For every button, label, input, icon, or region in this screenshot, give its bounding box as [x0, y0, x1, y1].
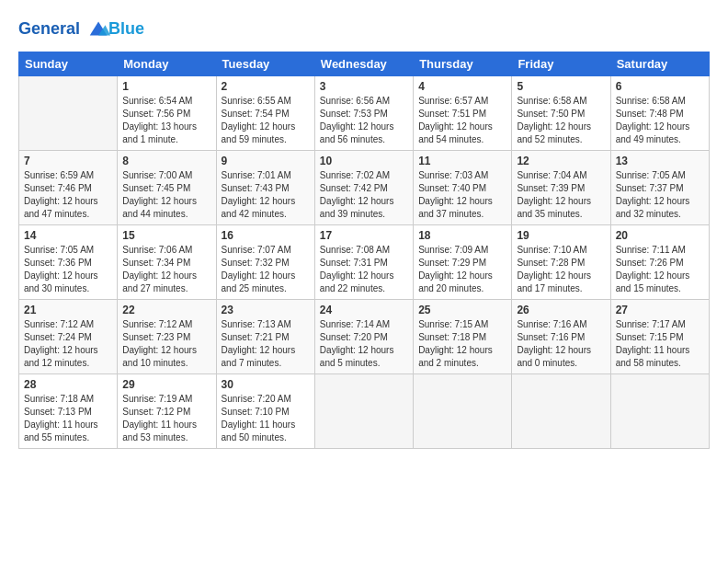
calendar-cell — [512, 374, 610, 449]
calendar-week-row: 14Sunrise: 7:05 AM Sunset: 7:36 PM Dayli… — [19, 225, 710, 300]
calendar-week-row: 1Sunrise: 6:54 AM Sunset: 7:56 PM Daylig… — [19, 76, 710, 151]
calendar-cell: 10Sunrise: 7:02 AM Sunset: 7:42 PM Dayli… — [314, 151, 413, 225]
day-info: Sunrise: 7:13 AM Sunset: 7:21 PM Dayligh… — [222, 318, 310, 370]
logo-general: General — [18, 19, 80, 38]
calendar-cell: 14Sunrise: 7:05 AM Sunset: 7:36 PM Dayli… — [19, 225, 118, 300]
day-info: Sunrise: 7:03 AM Sunset: 7:40 PM Dayligh… — [418, 169, 506, 221]
weekday-header-row: SundayMondayTuesdayWednesdayThursdayFrid… — [19, 52, 710, 76]
day-info: Sunrise: 7:09 AM Sunset: 7:29 PM Dayligh… — [418, 244, 506, 295]
day-info: Sunrise: 7:05 AM Sunset: 7:36 PM Dayligh… — [24, 244, 112, 295]
day-number: 12 — [517, 155, 605, 167]
day-info: Sunrise: 7:07 AM Sunset: 7:32 PM Dayligh… — [222, 244, 310, 295]
day-number: 22 — [122, 304, 210, 316]
day-info: Sunrise: 7:08 AM Sunset: 7:31 PM Dayligh… — [320, 244, 408, 295]
day-number: 2 — [222, 80, 310, 93]
day-number: 19 — [517, 229, 605, 242]
day-info: Sunrise: 7:00 AM Sunset: 7:45 PM Dayligh… — [122, 169, 210, 221]
day-number: 10 — [320, 155, 408, 167]
weekday-header-saturday: Saturday — [610, 52, 709, 76]
weekday-header-tuesday: Tuesday — [216, 52, 314, 76]
calendar-table: SundayMondayTuesdayWednesdayThursdayFrid… — [18, 52, 710, 449]
day-number: 28 — [24, 378, 112, 391]
header: General Blue — [18, 17, 710, 42]
calendar-cell — [19, 76, 118, 151]
calendar-cell: 25Sunrise: 7:15 AM Sunset: 7:18 PM Dayli… — [414, 300, 512, 374]
calendar-cell — [414, 374, 512, 449]
day-info: Sunrise: 7:12 AM Sunset: 7:24 PM Dayligh… — [24, 318, 112, 370]
logo-blue: Blue — [108, 19, 144, 40]
day-info: Sunrise: 7:14 AM Sunset: 7:20 PM Dayligh… — [320, 318, 408, 370]
logo: General Blue — [18, 17, 144, 42]
weekday-header-sunday: Sunday — [19, 52, 118, 76]
calendar-cell: 3Sunrise: 6:56 AM Sunset: 7:53 PM Daylig… — [314, 76, 413, 151]
calendar-cell — [314, 374, 413, 449]
day-info: Sunrise: 7:15 AM Sunset: 7:18 PM Dayligh… — [418, 318, 506, 370]
calendar-cell: 1Sunrise: 6:54 AM Sunset: 7:56 PM Daylig… — [118, 76, 216, 151]
day-number: 11 — [418, 155, 506, 167]
day-number: 1 — [122, 80, 210, 93]
day-number: 7 — [24, 155, 112, 167]
day-info: Sunrise: 7:06 AM Sunset: 7:34 PM Dayligh… — [122, 244, 210, 295]
calendar-cell: 23Sunrise: 7:13 AM Sunset: 7:21 PM Dayli… — [216, 300, 314, 374]
day-number: 30 — [222, 378, 310, 391]
day-info: Sunrise: 7:12 AM Sunset: 7:23 PM Dayligh… — [122, 318, 210, 370]
calendar-cell: 29Sunrise: 7:19 AM Sunset: 7:12 PM Dayli… — [118, 374, 216, 449]
day-info: Sunrise: 7:10 AM Sunset: 7:28 PM Dayligh… — [517, 244, 605, 295]
day-info: Sunrise: 7:11 AM Sunset: 7:26 PM Dayligh… — [616, 244, 704, 295]
day-number: 20 — [616, 229, 704, 242]
day-info: Sunrise: 7:04 AM Sunset: 7:39 PM Dayligh… — [517, 169, 605, 221]
calendar-week-row: 28Sunrise: 7:18 AM Sunset: 7:13 PM Dayli… — [19, 374, 710, 449]
day-info: Sunrise: 7:19 AM Sunset: 7:12 PM Dayligh… — [122, 393, 210, 444]
day-info: Sunrise: 7:16 AM Sunset: 7:16 PM Dayligh… — [517, 318, 605, 370]
day-number: 18 — [418, 229, 506, 242]
calendar-cell: 6Sunrise: 6:58 AM Sunset: 7:48 PM Daylig… — [610, 76, 709, 151]
calendar-cell: 27Sunrise: 7:17 AM Sunset: 7:15 PM Dayli… — [610, 300, 709, 374]
day-info: Sunrise: 7:20 AM Sunset: 7:10 PM Dayligh… — [222, 393, 310, 444]
calendar-cell: 17Sunrise: 7:08 AM Sunset: 7:31 PM Dayli… — [314, 225, 413, 300]
calendar-cell: 19Sunrise: 7:10 AM Sunset: 7:28 PM Dayli… — [512, 225, 610, 300]
calendar-cell: 16Sunrise: 7:07 AM Sunset: 7:32 PM Dayli… — [216, 225, 314, 300]
day-number: 5 — [517, 80, 605, 93]
day-number: 4 — [418, 80, 506, 93]
calendar-cell — [610, 374, 709, 449]
weekday-header-wednesday: Wednesday — [314, 52, 413, 76]
day-number: 23 — [222, 304, 310, 316]
day-number: 9 — [222, 155, 310, 167]
day-number: 21 — [24, 304, 112, 316]
logo-text: General — [18, 17, 112, 42]
calendar-cell: 28Sunrise: 7:18 AM Sunset: 7:13 PM Dayli… — [19, 374, 118, 449]
calendar-cell: 26Sunrise: 7:16 AM Sunset: 7:16 PM Dayli… — [512, 300, 610, 374]
page: General Blue SundayMondayTuesdayWednesda… — [0, 0, 728, 563]
day-number: 24 — [320, 304, 408, 316]
day-info: Sunrise: 6:59 AM Sunset: 7:46 PM Dayligh… — [24, 169, 112, 221]
day-number: 13 — [616, 155, 704, 167]
day-info: Sunrise: 6:56 AM Sunset: 7:53 PM Dayligh… — [320, 95, 408, 146]
weekday-header-monday: Monday — [118, 52, 216, 76]
day-info: Sunrise: 6:54 AM Sunset: 7:56 PM Dayligh… — [122, 95, 210, 146]
calendar-cell: 30Sunrise: 7:20 AM Sunset: 7:10 PM Dayli… — [216, 374, 314, 449]
day-number: 25 — [418, 304, 506, 316]
day-info: Sunrise: 6:55 AM Sunset: 7:54 PM Dayligh… — [222, 95, 310, 146]
calendar-cell: 7Sunrise: 6:59 AM Sunset: 7:46 PM Daylig… — [19, 151, 118, 225]
calendar-cell: 12Sunrise: 7:04 AM Sunset: 7:39 PM Dayli… — [512, 151, 610, 225]
calendar-cell: 22Sunrise: 7:12 AM Sunset: 7:23 PM Dayli… — [118, 300, 216, 374]
day-number: 6 — [616, 80, 704, 93]
day-number: 8 — [122, 155, 210, 167]
calendar-cell: 24Sunrise: 7:14 AM Sunset: 7:20 PM Dayli… — [314, 300, 413, 374]
calendar-cell: 15Sunrise: 7:06 AM Sunset: 7:34 PM Dayli… — [118, 225, 216, 300]
day-info: Sunrise: 7:17 AM Sunset: 7:15 PM Dayligh… — [616, 318, 704, 370]
calendar-cell: 8Sunrise: 7:00 AM Sunset: 7:45 PM Daylig… — [118, 151, 216, 225]
day-info: Sunrise: 7:02 AM Sunset: 7:42 PM Dayligh… — [320, 169, 408, 221]
day-info: Sunrise: 6:57 AM Sunset: 7:51 PM Dayligh… — [418, 95, 506, 146]
weekday-header-friday: Friday — [512, 52, 610, 76]
weekday-header-thursday: Thursday — [414, 52, 512, 76]
calendar-cell: 21Sunrise: 7:12 AM Sunset: 7:24 PM Dayli… — [19, 300, 118, 374]
day-number: 29 — [122, 378, 210, 391]
calendar-cell: 4Sunrise: 6:57 AM Sunset: 7:51 PM Daylig… — [414, 76, 512, 151]
day-number: 16 — [222, 229, 310, 242]
day-number: 27 — [616, 304, 704, 316]
calendar-cell: 5Sunrise: 6:58 AM Sunset: 7:50 PM Daylig… — [512, 76, 610, 151]
calendar-cell: 9Sunrise: 7:01 AM Sunset: 7:43 PM Daylig… — [216, 151, 314, 225]
calendar-cell: 20Sunrise: 7:11 AM Sunset: 7:26 PM Dayli… — [610, 225, 709, 300]
day-info: Sunrise: 7:18 AM Sunset: 7:13 PM Dayligh… — [24, 393, 112, 444]
